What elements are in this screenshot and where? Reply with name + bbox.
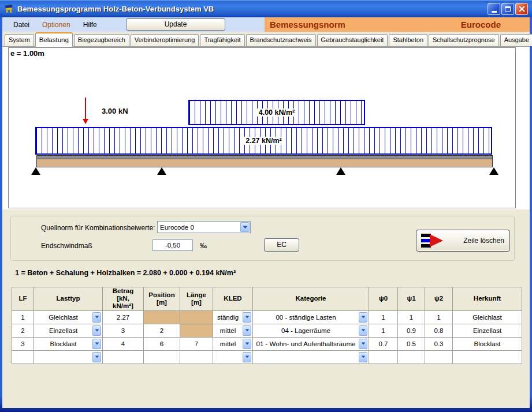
point-load-label: 3.00 kN	[102, 107, 128, 115]
chevron-down-icon	[361, 329, 366, 332]
endschwindmass-input[interactable]	[152, 239, 193, 251]
delete-row-button[interactable]: Zeile löschen	[416, 230, 510, 252]
cell-kled	[213, 350, 253, 364]
minimize-icon	[492, 11, 497, 13]
cell-betrag[interactable]: 3	[103, 324, 144, 337]
close-icon	[519, 6, 525, 12]
menu-hilfe[interactable]: Hilfe	[77, 18, 103, 31]
close-button[interactable]	[515, 3, 528, 15]
kled-dropdown-button[interactable]	[243, 325, 251, 336]
cell-betrag[interactable]: 2.27	[103, 310, 144, 324]
tab-tragfaehigkeit[interactable]: Tragfähigkeit	[200, 34, 244, 46]
maximize-button[interactable]	[501, 3, 514, 15]
kategorie-dropdown-button[interactable]	[359, 339, 367, 349]
tab-stahlbeton[interactable]: Stahlbeton	[389, 34, 427, 46]
kled-value[interactable]: mittel	[213, 340, 243, 347]
kled-dropdown-button[interactable]	[243, 352, 251, 362]
lasttyp-dropdown-button[interactable]	[92, 352, 101, 362]
update-button[interactable]: Update	[126, 18, 225, 31]
quellnorm-dropdown-button[interactable]	[240, 222, 250, 232]
tab-brandschutznachweis[interactable]: Brandschutznachweis	[246, 34, 316, 46]
cell-psi2[interactable]	[425, 350, 453, 364]
eccentricity-label: e = 1.00m	[10, 49, 44, 58]
menu-datei[interactable]: Datei	[7, 18, 36, 31]
chevron-down-icon	[95, 355, 99, 358]
kategorie-value[interactable]: 01 - Wohn- und Aufenthaltsräume	[253, 340, 359, 347]
lasttyp-dropdown-button[interactable]	[92, 339, 101, 349]
kategorie-value[interactable]: 04 - Lagerräume	[253, 327, 359, 334]
cell-laenge[interactable]	[180, 350, 213, 364]
tab-system[interactable]: System	[5, 34, 34, 46]
kled-dropdown-button[interactable]	[243, 339, 251, 349]
cell-psi0[interactable]	[369, 350, 398, 364]
cell-kategorie: 01 - Wohn- und Aufenthaltsräume	[253, 337, 369, 350]
chevron-down-icon	[245, 316, 250, 319]
header-lasttyp: Lasttyp	[34, 287, 103, 311]
kategorie-dropdown-button[interactable]	[359, 325, 367, 336]
lasttyp-value[interactable]: Gleichlast	[34, 314, 92, 321]
app-icon	[4, 3, 14, 14]
cell-betrag[interactable]	[103, 350, 144, 364]
point-load-arrow-head	[83, 119, 88, 124]
cell-position[interactable]: 6	[144, 337, 180, 350]
cell-laenge[interactable]: 7	[180, 337, 213, 350]
cell-psi0[interactable]: 0.7	[369, 337, 398, 350]
chevron-down-icon	[245, 355, 250, 358]
chevron-down-icon	[243, 226, 248, 229]
maximize-icon	[505, 6, 511, 12]
cell-lasttyp: Einzellast	[34, 324, 103, 337]
cell-psi2[interactable]: 0.3	[425, 337, 453, 350]
cell-psi1[interactable]: 1	[398, 310, 425, 324]
quellnorm-label: Quellnorm für Kombinationsbeiwerte:	[41, 224, 155, 232]
cell-psi0[interactable]: 1	[369, 324, 398, 337]
cell-herkunft: Einzellast	[453, 324, 522, 337]
table-row: 1 Gleichlast 2.27 ständig 00 - ständige …	[12, 310, 522, 324]
lasttyp-value[interactable]: Einzellast	[34, 327, 92, 334]
tab-page-belastung: e = 1.00m 3.00 kN 4.00 kN/m² 2.27 kN/m²	[2, 47, 530, 408]
kategorie-dropdown-button[interactable]	[359, 312, 367, 323]
cell-betrag[interactable]: 4	[103, 337, 144, 350]
menu-optionen[interactable]: Optionen	[36, 18, 77, 31]
lasttyp-dropdown-button[interactable]	[92, 325, 101, 336]
kategorie-value[interactable]: 00 - ständige Lasten	[253, 314, 359, 321]
kled-value[interactable]: mittel	[213, 327, 243, 334]
tab-ausgabe[interactable]: Ausgabe	[500, 34, 532, 46]
cell-psi2[interactable]: 1	[425, 310, 453, 324]
cell-psi1[interactable]	[398, 350, 425, 364]
endschwindmass-unit: ‰	[200, 242, 207, 250]
kategorie-dropdown-button[interactable]	[359, 352, 367, 362]
block-load-label: 4.00 kN/m²	[257, 108, 297, 117]
kled-value[interactable]: ständig	[213, 314, 243, 321]
ec-button[interactable]: EC	[264, 238, 299, 252]
cell-kategorie	[253, 350, 369, 364]
load-summary-line: 1 = Beton + Schalung + Holzbalken = 2.08…	[15, 269, 236, 277]
tab-schallschutzprognose[interactable]: Schallschutzprognose	[429, 34, 499, 46]
cell-psi1[interactable]: 0.9	[398, 324, 425, 337]
cell-psi0[interactable]: 1	[369, 310, 398, 324]
tab-verbinderoptimierung[interactable]: Verbinderoptimierung	[131, 34, 199, 46]
cell-psi2[interactable]: 0.8	[425, 324, 453, 337]
minimize-button[interactable]	[488, 3, 500, 15]
cell-lf: 2	[12, 324, 34, 337]
uniform-load-label: 2.27 kN/m²	[244, 137, 284, 145]
cell-kategorie: 00 - ständige Lasten	[253, 310, 369, 324]
support-icon	[31, 167, 40, 175]
header-position: Position [m]	[144, 287, 180, 311]
delete-row-label: Zeile löschen	[463, 237, 504, 245]
table-row-empty	[12, 350, 522, 364]
cell-psi1[interactable]: 0.5	[398, 337, 425, 350]
tab-belastung[interactable]: Belastung	[35, 32, 73, 47]
quellnorm-combobox[interactable]: Eurocode 0	[157, 221, 251, 233]
endschwindmass-label: Endschwindmaß	[41, 242, 92, 250]
cell-position[interactable]: 2	[144, 324, 180, 337]
lasttyp-dropdown-button[interactable]	[92, 312, 101, 323]
norm-banner: Bemessungsnorm Eurocode	[265, 17, 530, 32]
kled-dropdown-button[interactable]	[243, 312, 251, 323]
tab-gebrauchstauglichkeit[interactable]: Gebrauchstauglichkeit	[317, 34, 388, 46]
cell-lf	[12, 350, 34, 364]
tab-biegezugbereich[interactable]: Biegezugbereich	[74, 34, 129, 46]
chevron-down-icon	[95, 342, 99, 345]
beam-timber-layer	[36, 159, 493, 167]
lasttyp-value[interactable]: Blocklast	[34, 340, 92, 347]
cell-position[interactable]	[144, 350, 180, 364]
